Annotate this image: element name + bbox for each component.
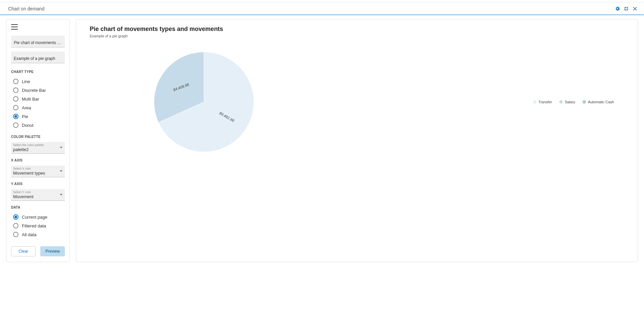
radio-icon xyxy=(13,223,18,228)
radio-label: All data xyxy=(22,232,36,237)
legend-item-salary[interactable]: Salary xyxy=(559,100,575,104)
app-header: Chart on demand xyxy=(0,2,644,15)
data-scope-all[interactable]: All data xyxy=(11,230,65,239)
select-value: Movement xyxy=(13,194,63,199)
radio-label: Discrete Bar xyxy=(22,88,46,93)
palette-label: COLOR PALETTE xyxy=(11,135,65,139)
pie-chart: $9,481.98$4,408.98 xyxy=(154,51,254,152)
select-floating-label: Select Y Axis xyxy=(13,190,63,194)
chevron-down-icon xyxy=(59,169,63,174)
select-value: Movement types xyxy=(13,170,63,176)
palette-select[interactable]: Select the color palette palette2 xyxy=(11,142,65,154)
chart-type-multi-bar[interactable]: Multi Bar xyxy=(11,95,65,103)
legend-item-transfer[interactable]: Transfer xyxy=(533,100,552,104)
app-title: Chart on demand xyxy=(8,6,44,11)
chart-panel: Pie chart of movements types and movemen… xyxy=(76,19,638,262)
radio-icon xyxy=(13,96,18,102)
clear-button[interactable]: Clear xyxy=(11,246,36,256)
data-label: DATA xyxy=(11,206,65,209)
xaxis-select[interactable]: Select X Axis Movement types xyxy=(11,166,65,177)
yaxis-select[interactable]: Select Y Axis Movement xyxy=(11,189,65,201)
chevron-down-icon xyxy=(59,145,63,150)
legend-swatch xyxy=(559,100,563,104)
radio-icon xyxy=(13,122,18,128)
close-icon[interactable] xyxy=(632,6,638,12)
radio-label: Donut xyxy=(22,123,34,128)
chart-type-label: CHART TYPE xyxy=(11,70,65,74)
legend-label: Automatic Cash xyxy=(588,100,614,104)
select-floating-label: Select the color palette xyxy=(13,143,63,147)
data-scope-current[interactable]: Current page xyxy=(11,213,65,221)
radio-icon xyxy=(13,105,18,110)
chart-type-line[interactable]: Line xyxy=(11,77,65,86)
yaxis-label: Y AXIS xyxy=(11,182,65,186)
config-sidebar: CHART TYPE Line Discrete Bar Multi Bar A… xyxy=(6,19,70,262)
legend-swatch xyxy=(533,100,536,104)
header-actions xyxy=(614,6,638,12)
chart-type-donut[interactable]: Donut xyxy=(11,121,65,130)
chart-type-area[interactable]: Area xyxy=(11,103,65,112)
radio-icon xyxy=(13,79,18,84)
chevron-down-icon xyxy=(59,192,63,197)
radio-label: Line xyxy=(22,79,30,84)
radio-icon xyxy=(13,214,18,220)
legend-label: Transfer xyxy=(539,100,552,104)
preview-button[interactable]: Preview xyxy=(40,246,65,256)
chart-legend: Transfer Salary Automatic Cash xyxy=(533,100,614,104)
gear-icon[interactable] xyxy=(614,6,620,12)
chart-subtitle: Example of a pie graph xyxy=(90,34,624,38)
chart-title: Pie chart of movements types and movemen… xyxy=(90,26,624,33)
chart-type-discrete-bar[interactable]: Discrete Bar xyxy=(11,86,65,95)
chart-title-input[interactable] xyxy=(11,36,65,47)
radio-label: Pie xyxy=(22,114,28,119)
legend-label: Salary xyxy=(565,100,575,104)
radio-icon xyxy=(13,87,18,93)
menu-icon[interactable] xyxy=(11,24,18,30)
chart-subtitle-input[interactable] xyxy=(11,51,65,63)
legend-swatch xyxy=(583,100,586,104)
legend-item-automatic-cash[interactable]: Automatic Cash xyxy=(583,100,614,104)
select-floating-label: Select X Axis xyxy=(13,167,63,170)
radio-label: Filtered data xyxy=(22,223,46,228)
radio-label: Current page xyxy=(22,215,47,220)
radio-icon xyxy=(13,232,18,237)
data-scope-filtered[interactable]: Filtered data xyxy=(11,221,65,230)
radio-icon xyxy=(13,114,18,119)
radio-label: Area xyxy=(22,105,31,110)
radio-label: Multi Bar xyxy=(22,97,39,102)
collapse-icon[interactable] xyxy=(623,6,629,12)
chart-type-pie[interactable]: Pie xyxy=(11,112,65,121)
xaxis-label: X AXIS xyxy=(11,158,65,162)
select-value: palette2 xyxy=(13,147,63,152)
